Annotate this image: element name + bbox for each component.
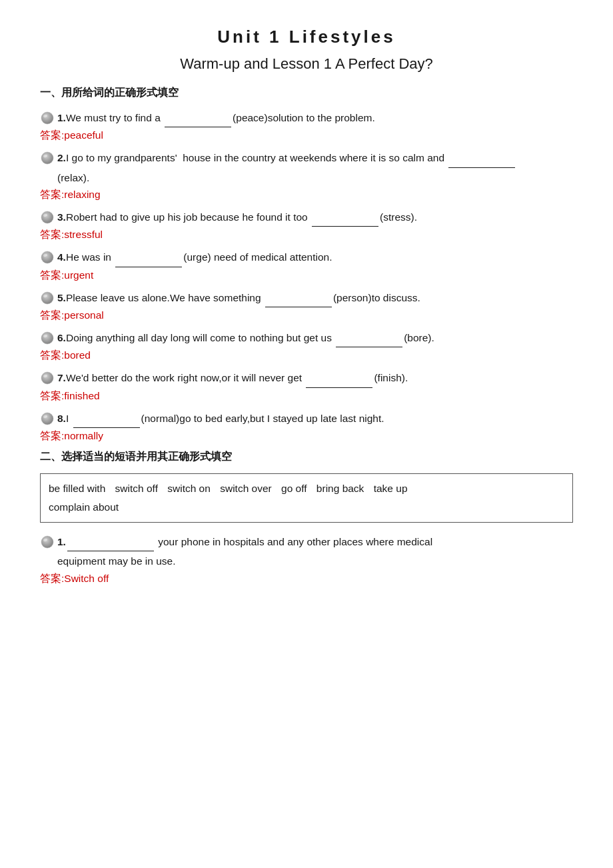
q2-text: 2.I go to my grandparents' house in the … — [57, 149, 573, 167]
bullet-icon-8 — [40, 411, 55, 426]
s2-q1-answer: 答案:Switch off — [40, 572, 573, 586]
q3-answer: 答案:stressful — [40, 228, 573, 242]
page-title: Unit 1 Lifestyles — [40, 27, 573, 47]
svg-point-16 — [41, 536, 53, 548]
q4-blank — [115, 249, 182, 267]
q8-blank — [73, 410, 140, 428]
q5-text: 5.Please leave us alone.We have somethin… — [57, 289, 573, 307]
question-5: 5.Please leave us alone.We have somethin… — [40, 289, 573, 323]
svg-point-12 — [41, 372, 53, 384]
question-3: 3.Robert had to give up his job because … — [40, 209, 573, 242]
s2-q1-continuation: equipment may be in use. — [57, 553, 573, 570]
q7-blank — [306, 369, 372, 387]
question-1: 1.We must try to find a (peace)solution … — [40, 109, 573, 143]
svg-point-8 — [41, 292, 53, 304]
question-4: 4.He was in (urge) need of medical atten… — [40, 249, 573, 282]
bullet-icon-3 — [40, 210, 55, 225]
s2-bullet-icon-1 — [40, 535, 55, 549]
question-7: 7.We'd better do the work right now,or i… — [40, 369, 573, 403]
q1-text: 1.We must try to find a (peace)solution … — [57, 109, 573, 127]
q7-text: 7.We'd better do the work right now,or i… — [57, 369, 573, 387]
phrase-box: be filled with switch off switch on swit… — [40, 473, 573, 523]
phrase-4: switch over — [220, 483, 272, 494]
bullet-icon-7 — [40, 371, 55, 385]
svg-point-14 — [41, 413, 53, 425]
bullet-icon-2 — [40, 151, 55, 165]
question-6: 6.Doing anything all day long will come … — [40, 329, 573, 363]
q3-blank — [312, 209, 378, 227]
sub-title: Warm-up and Lesson 1 A Perfect Day? — [40, 55, 573, 73]
svg-point-10 — [41, 332, 53, 344]
bullet-icon-4 — [40, 250, 55, 265]
q6-blank — [336, 329, 402, 347]
questions-section1: 1.We must try to find a (peace)solution … — [40, 109, 573, 443]
bullet-icon-6 — [40, 331, 55, 345]
phrase-3: switch on — [167, 483, 211, 494]
phrase-6: bring back — [316, 483, 364, 494]
q4-text: 4.He was in (urge) need of medical atten… — [57, 249, 573, 267]
phrase-1: be filled with — [49, 483, 105, 494]
bullet-icon-5 — [40, 291, 55, 305]
q8-text: 8.I (normal)go to bed early,but I stayed… — [57, 410, 573, 428]
section2-title: 二、选择适当的短语并用其正确形式填空 — [40, 450, 573, 464]
phrase-2: switch off — [115, 483, 158, 494]
s2-q1-blank — [67, 533, 154, 551]
svg-point-0 — [41, 112, 53, 124]
phrase-8: complain about — [49, 501, 119, 513]
bullet-icon-1 — [40, 111, 55, 125]
q5-answer: 答案:personal — [40, 309, 573, 323]
q7-answer: 答案:finished — [40, 389, 573, 403]
q6-text: 6.Doing anything all day long will come … — [57, 329, 573, 347]
q2-blank — [448, 149, 515, 167]
s2-question-1: 1. your phone in hospitals and any other… — [40, 533, 573, 586]
q1-answer: 答案:peaceful — [40, 129, 573, 143]
q8-answer: 答案:normally — [40, 429, 573, 443]
q5-blank — [265, 289, 332, 307]
phrase-7: take up — [374, 483, 408, 494]
question-8: 8.I (normal)go to bed early,but I stayed… — [40, 410, 573, 443]
phrase-5: go off — [281, 483, 307, 494]
svg-point-2 — [41, 152, 53, 164]
svg-point-6 — [41, 251, 53, 263]
s2-q1-text: 1. your phone in hospitals and any other… — [57, 533, 573, 551]
q2-answer: 答案:relaxing — [40, 188, 573, 202]
q1-blank — [165, 109, 231, 127]
q2-continuation: (relax). — [57, 169, 573, 187]
q4-answer: 答案:urgent — [40, 269, 573, 283]
section1-title: 一、用所给词的正确形式填空 — [40, 86, 573, 100]
q3-text: 3.Robert had to give up his job because … — [57, 209, 573, 227]
svg-point-4 — [41, 211, 53, 223]
question-2: 2.I go to my grandparents' house in the … — [40, 149, 573, 202]
q6-answer: 答案:bored — [40, 349, 573, 363]
